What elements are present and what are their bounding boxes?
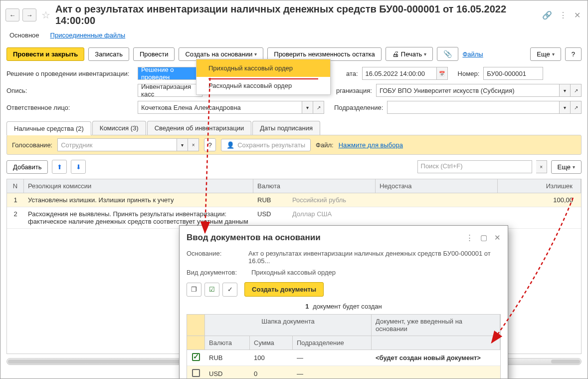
resp-label: Ответственное лицо: bbox=[6, 104, 134, 111]
uncheck-all-button[interactable]: ✓ bbox=[222, 283, 237, 297]
move-down-button[interactable]: ⬇ bbox=[71, 160, 86, 174]
attach-button[interactable] bbox=[437, 47, 458, 61]
table-row[interactable]: 1 Установлены излишки. Излишки принять к… bbox=[7, 193, 581, 207]
vote-select-icon[interactable]: ▾ bbox=[177, 138, 188, 151]
file-label: Файл: bbox=[316, 141, 334, 149]
col-check bbox=[187, 315, 205, 336]
print-button[interactable]: Печать bbox=[386, 47, 433, 61]
save-button[interactable]: Записать bbox=[88, 47, 129, 61]
nav-forward-button[interactable]: → bbox=[22, 8, 36, 21]
link-icon[interactable]: 🔗 bbox=[542, 10, 552, 20]
nav-back-button[interactable]: ← bbox=[5, 8, 19, 21]
cell-cur: RUB bbox=[205, 351, 250, 365]
cell-short bbox=[376, 193, 498, 207]
decision-label: Решение о проведении инвентаризации: bbox=[6, 70, 134, 77]
dialog-table: Шапка документа Документ, уже введенный … bbox=[187, 314, 501, 379]
tab-cash[interactable]: Наличные средства (2) bbox=[6, 121, 91, 135]
close-icon[interactable]: ✕ bbox=[574, 10, 581, 20]
doc-type-label: Вид документов: bbox=[187, 269, 246, 276]
dept-label: Подразделение: bbox=[334, 104, 383, 111]
more-button[interactable]: Еще bbox=[530, 47, 561, 61]
inventory-label: Опись: bbox=[6, 87, 134, 94]
date-picker-icon[interactable]: 📅 bbox=[437, 67, 448, 80]
table-more-button[interactable]: Еще bbox=[551, 160, 582, 174]
cell-doc bbox=[372, 371, 500, 377]
cell-n: 1 bbox=[7, 193, 24, 207]
add-row-button[interactable]: Добавить bbox=[6, 160, 48, 174]
vote-clear-icon[interactable]: × bbox=[188, 138, 199, 151]
doc-count: 1 bbox=[305, 303, 309, 310]
doc-count-text: документ будет создан bbox=[313, 303, 382, 310]
menu-item-income-order[interactable]: Приходный кассовый ордер bbox=[196, 59, 330, 77]
decision-input[interactable]: Решение о проведен bbox=[138, 67, 202, 80]
annotation-underline bbox=[208, 78, 318, 79]
help-button[interactable]: ? bbox=[565, 47, 582, 61]
file-choose-link[interactable]: Нажмите для выбора bbox=[339, 141, 403, 149]
tab-main[interactable]: Основное bbox=[9, 31, 39, 39]
table-search-input[interactable]: Поиск (Ctrl+F) bbox=[417, 160, 532, 173]
col-existing-doc: Документ, уже введенный на основании bbox=[372, 315, 500, 336]
dialog-close-icon[interactable]: ✕ bbox=[494, 233, 501, 242]
tab-commission[interactable]: Комиссия (3) bbox=[92, 121, 146, 135]
save-results-button[interactable]: 👤 Сохранить результаты bbox=[221, 139, 311, 151]
resp-input[interactable]: Кочеткова Елена Александровна bbox=[138, 101, 302, 114]
org-select-icon[interactable]: ▾ bbox=[560, 84, 571, 97]
dialog-kebab-icon[interactable]: ⋮ bbox=[466, 233, 473, 242]
cell-surplus: 100,00 bbox=[498, 193, 581, 207]
dialog-maximize-icon[interactable]: ▢ bbox=[480, 233, 487, 242]
date-input[interactable]: 16.05.2022 14:00:00 bbox=[362, 67, 437, 80]
cell-sum: 100 bbox=[250, 351, 293, 365]
org-open-icon[interactable]: ↗ bbox=[571, 84, 582, 97]
col-sum: Сумма bbox=[250, 336, 293, 350]
save-results-label: Сохранить результаты bbox=[237, 141, 305, 149]
create-documents-button[interactable]: Создать документы bbox=[244, 282, 324, 297]
dept-input[interactable] bbox=[387, 101, 560, 114]
cell-sum: 0 bbox=[250, 367, 293, 379]
menu-item-expense-order[interactable]: Расходный кассовый ордер bbox=[196, 77, 330, 94]
tab-info[interactable]: Сведения об инвентаризации bbox=[147, 121, 252, 135]
dept-open-icon[interactable]: ↗ bbox=[571, 101, 582, 114]
post-and-close-button[interactable]: Провести и закрыть bbox=[6, 47, 84, 61]
print-label: Печать bbox=[401, 50, 422, 58]
dept-select-icon[interactable]: ▾ bbox=[560, 101, 571, 114]
cell-cur-code: RUB bbox=[253, 193, 288, 207]
dialog-row[interactable]: USD 0 — bbox=[187, 366, 500, 379]
vote-employee-input[interactable]: Сотрудник bbox=[57, 138, 177, 151]
col-resolution: Резолюция комиссии bbox=[24, 179, 253, 193]
cell-dep: — bbox=[293, 351, 372, 365]
cell-dep: — bbox=[293, 367, 372, 379]
col-currency: Валюта bbox=[253, 179, 376, 193]
cell-cur-name: Российский рубль bbox=[288, 193, 376, 207]
tab-sign-dates[interactable]: Даты подписания bbox=[252, 121, 320, 135]
cell-surplus bbox=[498, 207, 581, 228]
check-all-button[interactable]: ☑ bbox=[204, 283, 219, 297]
favorite-star-icon[interactable]: ☆ bbox=[41, 9, 50, 21]
page-title: Акт о результатах инвентаризации наличны… bbox=[55, 3, 539, 26]
search-clear-icon[interactable]: × bbox=[536, 160, 547, 173]
vote-help-button[interactable]: ? bbox=[204, 138, 216, 151]
basis-label: Основание: bbox=[187, 250, 243, 265]
col-n: N bbox=[7, 179, 24, 193]
row-checkbox[interactable] bbox=[192, 369, 200, 377]
col-doc2 bbox=[372, 336, 500, 350]
cell-doc: <будет создан новый документ> bbox=[372, 351, 500, 365]
move-up-button[interactable]: ⬆ bbox=[52, 160, 67, 174]
number-input[interactable]: БУ00-000001 bbox=[483, 67, 543, 80]
paperclip-icon bbox=[443, 50, 452, 58]
post-button[interactable]: Провести bbox=[133, 47, 175, 61]
dialog-row[interactable]: RUB 100 — <будет создан новый документ> bbox=[187, 350, 500, 366]
tab-attachments[interactable]: Присоединенные файлы bbox=[50, 31, 126, 39]
kebab-menu-icon[interactable]: ⋮ bbox=[559, 10, 567, 20]
row-checkbox[interactable] bbox=[192, 353, 200, 361]
org-input[interactable]: ГОБУ ВПО Университет искусств (Субсидия) bbox=[376, 84, 560, 97]
col-doc-header: Шапка документа bbox=[205, 315, 372, 336]
resp-open-icon[interactable]: ↗ bbox=[313, 101, 324, 114]
number-label: Номер: bbox=[458, 70, 480, 77]
dialog-title: Ввод документов на основании bbox=[187, 233, 466, 243]
copy-icon-button[interactable]: ❐ bbox=[187, 283, 201, 297]
resp-select-icon[interactable]: ▾ bbox=[302, 101, 313, 114]
inventory-input[interactable]: Инвентаризация касс bbox=[138, 84, 202, 97]
files-link[interactable]: Файлы bbox=[462, 50, 483, 58]
basis-value: Акт о результатах инвентаризации наличны… bbox=[248, 250, 501, 265]
doc-type-value: Приходный кассовый ордер bbox=[251, 269, 336, 276]
